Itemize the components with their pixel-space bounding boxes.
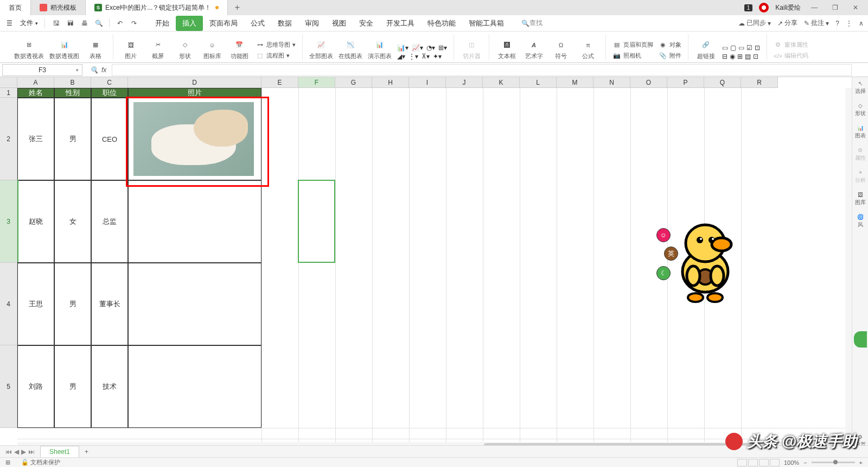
hyperlink-button[interactable]: 🔗超链接	[695, 39, 717, 60]
vertical-scrollbar[interactable]	[845, 88, 852, 442]
shapes-button[interactable]: ◇形状	[174, 39, 196, 60]
zoom-out[interactable]: −	[803, 459, 807, 466]
col-header-Q[interactable]: Q	[704, 77, 741, 88]
header-cell[interactable]: 职位	[91, 88, 128, 98]
camera-button[interactable]: 📷照相机	[612, 52, 653, 60]
data-cell[interactable]: 张三	[17, 98, 54, 180]
side-gallery[interactable]: 🖼图库	[855, 192, 866, 206]
side-select[interactable]: ↖选择	[855, 80, 866, 95]
col-header-E[interactable]: E	[261, 77, 298, 88]
header-cell[interactable]: 性别	[54, 88, 91, 98]
preview-button[interactable]: 🔍	[94, 18, 104, 28]
allchart-button[interactable]: 📈全部图表	[309, 39, 333, 60]
tab-template[interactable]: 稻壳模板	[31, 0, 86, 15]
form-ctrl-5[interactable]: ⊡	[755, 44, 760, 52]
col-header-P[interactable]: P	[667, 77, 704, 88]
data-cell[interactable]: 刘路	[17, 345, 54, 428]
zoom-level[interactable]: 100%	[784, 459, 799, 466]
scatter-chart-icon[interactable]: ⋮▾	[409, 53, 418, 60]
tab-view[interactable]: 视图	[326, 16, 353, 31]
col-header-I[interactable]: I	[409, 77, 446, 88]
pivot-table-button[interactable]: ⊞数据透视表	[14, 39, 44, 60]
view-normal[interactable]	[737, 459, 747, 466]
form-ctrl-3[interactable]: ▭	[738, 44, 744, 52]
duck-mascot[interactable]: ☺ 英 ☾	[656, 217, 738, 304]
minimize-button[interactable]: —	[807, 4, 821, 11]
picture-button[interactable]: 🖼图片	[120, 39, 142, 60]
tab-smart[interactable]: 智能工具箱	[462, 16, 510, 31]
tab-dev[interactable]: 开发工具	[380, 16, 421, 31]
form-ctrl-6[interactable]: ⊟	[722, 53, 727, 60]
onlinechart-button[interactable]: 📉在线图表	[339, 39, 362, 60]
tab-insert[interactable]: 插入	[176, 16, 203, 31]
share-button[interactable]: ↗ 分享	[777, 18, 797, 28]
col-header-F[interactable]: F	[298, 77, 335, 88]
sheet-nav-next[interactable]: ▶	[21, 448, 26, 456]
row-header-4[interactable]: 4	[0, 263, 17, 345]
area-chart-icon[interactable]: ◢▾	[397, 53, 405, 60]
new-tab-button[interactable]: +	[228, 0, 246, 15]
form-ctrl-8[interactable]: ⊞	[737, 53, 743, 60]
sheet-nav-last[interactable]: ⏭	[28, 448, 35, 456]
form-ctrl-9[interactable]: ▤	[745, 53, 751, 60]
tab-home[interactable]: 首页	[0, 0, 31, 15]
more-button[interactable]: ⋮	[846, 20, 852, 27]
duck-badge-pink[interactable]: ☺	[656, 228, 671, 242]
header-footer-button[interactable]: ▤页眉和页脚	[612, 41, 653, 49]
col-header-A[interactable]: A	[17, 77, 54, 88]
form-ctrl-2[interactable]: ▢	[730, 44, 736, 52]
fx-button[interactable]: 🔍 fx	[85, 66, 112, 74]
col-header-B[interactable]: B	[54, 77, 91, 88]
close-button[interactable]: ✕	[848, 4, 863, 11]
hamburger-icon[interactable]: ☰	[4, 17, 15, 29]
undo-button[interactable]: ↶	[115, 18, 125, 28]
side-shape[interactable]: ◇形状	[855, 103, 866, 117]
col-header-H[interactable]: H	[372, 77, 409, 88]
data-cell[interactable]: 男	[54, 98, 91, 180]
col-header-L[interactable]: L	[520, 77, 557, 88]
search-button[interactable]: 🔍 查找	[521, 18, 542, 28]
review-button[interactable]: ✎ 批注 ▾	[804, 18, 829, 28]
saveas-button[interactable]: 🖬	[66, 18, 75, 28]
sheet-tab[interactable]: Sheet1	[40, 446, 79, 457]
data-cell[interactable]: 男	[54, 345, 91, 428]
data-cell[interactable]: 总监	[91, 180, 128, 263]
data-cell[interactable]	[128, 180, 261, 263]
row-header-5[interactable]: 5	[0, 345, 17, 428]
stock-chart-icon[interactable]: ⊼▾	[422, 53, 430, 60]
floating-badge[interactable]	[854, 331, 867, 348]
tab-start[interactable]: 开始	[149, 16, 176, 31]
line-chart-icon[interactable]: 📈▾	[412, 44, 423, 52]
col-header-G[interactable]: G	[335, 77, 372, 88]
sheet-nav-prev[interactable]: ◀	[14, 448, 19, 456]
col-header-M[interactable]: M	[557, 77, 593, 88]
tab-document[interactable]: S Excel中的图片...？锁定技巧超简单！	[86, 0, 228, 15]
add-sheet-button[interactable]: +	[79, 448, 94, 456]
collapse-ribbon-button[interactable]: ∧	[859, 20, 864, 27]
maximize-button[interactable]: ❐	[828, 4, 842, 11]
flowchart-button[interactable]: ⬚流程图 ▾	[256, 52, 296, 60]
view-break[interactable]	[759, 459, 769, 466]
tab-formula[interactable]: 公式	[244, 16, 271, 31]
row-header-1[interactable]: 1	[0, 88, 17, 98]
col-header-J[interactable]: J	[446, 77, 483, 88]
side-fengye[interactable]: 🌀风	[857, 214, 864, 229]
mindmap-button[interactable]: ⊶思维导图 ▾	[256, 41, 296, 49]
data-cell[interactable]: 赵晓	[17, 180, 54, 263]
view-custom[interactable]	[770, 459, 780, 466]
data-cell[interactable]: 男	[54, 263, 91, 345]
col-header-R[interactable]: R	[741, 77, 778, 88]
sheet-nav-first[interactable]: ⏮	[5, 448, 12, 456]
screenshot-button[interactable]: ✂截屏	[147, 39, 169, 60]
print-button[interactable]: 🖶	[80, 18, 90, 28]
demochart-button[interactable]: 📊演示图表	[368, 39, 392, 60]
name-box[interactable]: F3	[2, 64, 82, 76]
row-header-2[interactable]: 2	[0, 98, 17, 180]
form-ctrl-7[interactable]: ◉	[730, 53, 735, 60]
equation-button[interactable]: π公式	[577, 39, 599, 60]
formula-input[interactable]	[112, 64, 852, 76]
notification-badge[interactable]: 1	[744, 4, 753, 11]
features-button[interactable]: 📅功能图	[228, 39, 250, 60]
tab-pagelayout[interactable]: 页面布局	[203, 16, 244, 31]
username[interactable]: Kaili爱绘	[775, 3, 801, 12]
